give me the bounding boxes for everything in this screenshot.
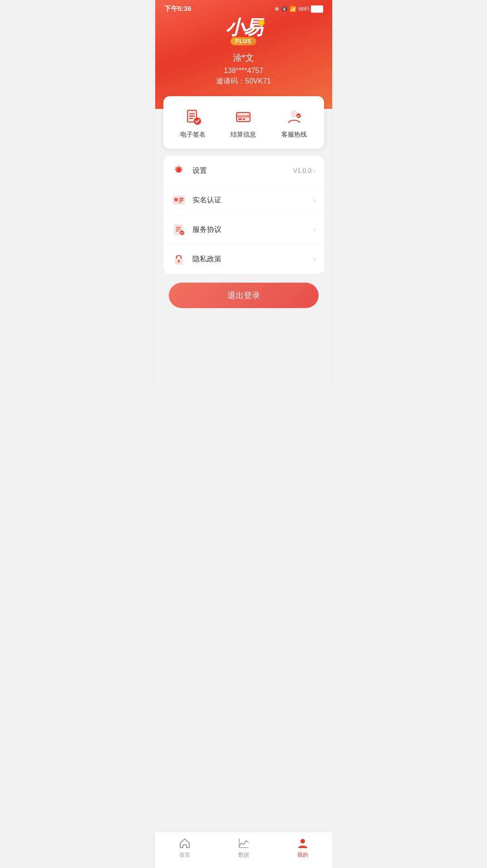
bluetooth-icon: ✻ xyxy=(275,6,279,12)
settings-label: 设置 xyxy=(192,166,293,176)
quick-action-settlement[interactable]: 结算信息 xyxy=(218,106,269,139)
settlement-icon xyxy=(233,106,254,127)
realname-right: › xyxy=(313,196,315,204)
quick-action-esign[interactable]: 电子签名 xyxy=(168,106,218,139)
battery-indicator: 100 xyxy=(311,5,323,13)
wifi-icon: WiFi xyxy=(298,6,309,12)
invite-code-value: 50VK71 xyxy=(245,77,271,85)
esign-icon xyxy=(182,106,203,127)
svg-rect-9 xyxy=(238,118,242,120)
status-bar: 下午5:36 ✻ 🔇 📶 WiFi 100 xyxy=(155,0,332,15)
privacy-policy-menu-item[interactable]: 隐私政策 › xyxy=(163,245,324,274)
settlement-label: 结算信息 xyxy=(231,131,256,139)
app-logo-area: 小易 PLUS xyxy=(226,18,262,52)
version-text: V1.0.0 xyxy=(293,167,311,174)
quick-action-customer-service[interactable]: 客服热线 xyxy=(269,106,319,139)
svg-rect-8 xyxy=(236,115,250,118)
quick-actions-card: 电子签名 结算信息 xyxy=(163,96,324,149)
status-icons: ✻ 🔇 📶 WiFi 100 xyxy=(275,5,323,13)
coin-decoration xyxy=(258,20,265,26)
svg-rect-10 xyxy=(243,118,245,120)
signal-icon: 📶 xyxy=(290,6,296,12)
mute-icon: 🔇 xyxy=(281,6,288,12)
user-phone: 138****4757 xyxy=(155,67,332,75)
esign-label: 电子签名 xyxy=(180,131,206,139)
svg-point-16 xyxy=(174,198,178,201)
privacy-policy-chevron: › xyxy=(313,255,315,263)
customer-service-icon xyxy=(284,106,305,127)
plus-badge: PLUS xyxy=(231,37,256,45)
profile-header: 小易 PLUS 涂*文 138****4757 邀请码：50VK71 xyxy=(155,0,332,109)
status-time: 下午5:36 xyxy=(164,5,192,13)
service-agreement-chevron: › xyxy=(313,226,315,234)
invite-label: 邀请码： xyxy=(216,77,245,85)
svg-point-14 xyxy=(177,168,180,171)
realname-chevron: › xyxy=(313,196,315,204)
svg-point-26 xyxy=(178,260,180,262)
service-agreement-icon xyxy=(172,222,186,237)
service-agreement-label: 服务协议 xyxy=(192,225,314,235)
invite-code-row: 邀请码：50VK71 xyxy=(155,77,332,86)
app-logo-text: 小易 xyxy=(226,17,262,38)
settings-menu-item[interactable]: 设置 V1.0.0 › xyxy=(163,156,324,186)
logout-button[interactable]: 退出登录 xyxy=(169,283,319,308)
svg-point-11 xyxy=(291,111,297,117)
realname-label: 实名认证 xyxy=(192,196,314,205)
privacy-policy-label: 隐私政策 xyxy=(192,255,314,264)
service-agreement-menu-item[interactable]: 服务协议 › xyxy=(163,215,324,245)
customer-service-label: 客服热线 xyxy=(281,131,307,139)
settings-chevron: › xyxy=(313,167,315,175)
realname-icon xyxy=(172,193,186,207)
user-name: 涂*文 xyxy=(155,52,332,64)
menu-card: 设置 V1.0.0 › 实名认证 xyxy=(163,156,324,274)
privacy-policy-right: › xyxy=(313,255,315,263)
privacy-policy-icon xyxy=(172,252,186,266)
service-agreement-right: › xyxy=(313,226,315,234)
settings-right: V1.0.0 › xyxy=(293,167,316,175)
realname-menu-item[interactable]: 实名认证 › xyxy=(163,186,324,215)
settings-icon xyxy=(172,163,186,178)
